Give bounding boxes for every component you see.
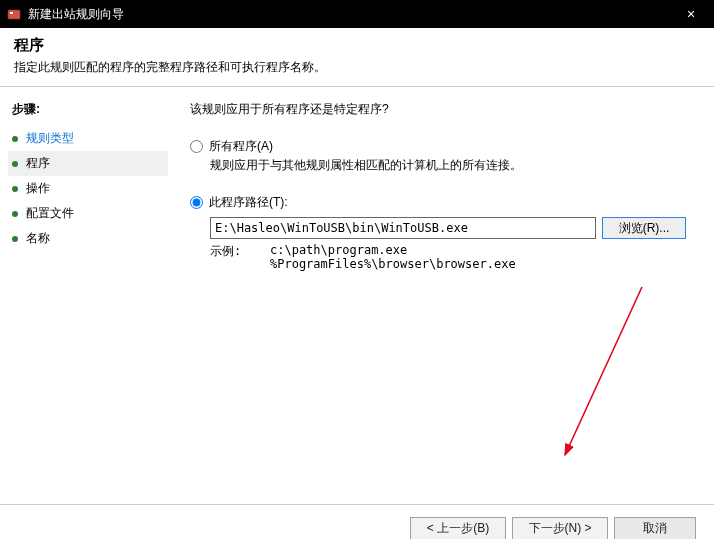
step-name[interactable]: 名称 bbox=[12, 226, 168, 251]
step-program[interactable]: 程序 bbox=[8, 151, 168, 176]
app-icon bbox=[6, 6, 22, 22]
browse-button[interactable]: 浏览(R)... bbox=[602, 217, 686, 239]
wizard-header: 程序 指定此规则匹配的程序的完整程序路径和可执行程序名称。 bbox=[0, 28, 714, 87]
bullet-icon bbox=[12, 161, 18, 167]
bullet-icon bbox=[12, 236, 18, 242]
window-title: 新建出站规则向导 bbox=[28, 6, 124, 23]
steps-sidebar: 步骤: 规则类型 程序 操作 配置文件 名称 bbox=[0, 87, 180, 504]
bullet-icon bbox=[12, 186, 18, 192]
radio-this-program-label: 此程序路径(T): bbox=[209, 194, 288, 211]
close-button[interactable]: × bbox=[668, 0, 714, 28]
step-action[interactable]: 操作 bbox=[12, 176, 168, 201]
example-label: 示例: bbox=[210, 243, 270, 271]
step-label[interactable]: 规则类型 bbox=[26, 130, 74, 147]
question-text: 该规则应用于所有程序还是特定程序? bbox=[190, 101, 686, 118]
titlebar: 新建出站规则向导 × bbox=[0, 0, 714, 28]
page-subtitle: 指定此规则匹配的程序的完整程序路径和可执行程序名称。 bbox=[14, 59, 700, 76]
all-programs-desc: 规则应用于与其他规则属性相匹配的计算机上的所有连接。 bbox=[210, 157, 686, 174]
step-label: 名称 bbox=[26, 230, 50, 247]
close-icon: × bbox=[687, 6, 695, 22]
svg-rect-1 bbox=[10, 12, 13, 14]
option-this-program: 此程序路径(T): 浏览(R)... 示例: c:\path\program.e… bbox=[190, 194, 686, 271]
step-label: 程序 bbox=[26, 155, 50, 172]
example-paths: c:\path\program.exe %ProgramFiles%\brows… bbox=[270, 243, 516, 271]
next-button[interactable]: 下一步(N) > bbox=[512, 517, 608, 540]
back-button[interactable]: < 上一步(B) bbox=[410, 517, 506, 540]
step-profile[interactable]: 配置文件 bbox=[12, 201, 168, 226]
wizard-body: 步骤: 规则类型 程序 操作 配置文件 名称 该规则应用于所有程序还是特定程序?… bbox=[0, 87, 714, 504]
bullet-icon bbox=[12, 136, 18, 142]
example-block: 示例: c:\path\program.exe %ProgramFiles%\b… bbox=[210, 243, 686, 271]
wizard-content: 该规则应用于所有程序还是特定程序? 所有程序(A) 规则应用于与其他规则属性相匹… bbox=[180, 87, 714, 504]
svg-line-2 bbox=[565, 287, 642, 455]
option-all-programs: 所有程序(A) 规则应用于与其他规则属性相匹配的计算机上的所有连接。 bbox=[190, 138, 686, 174]
radio-this-program[interactable] bbox=[190, 196, 203, 209]
svg-rect-0 bbox=[8, 10, 20, 19]
steps-label: 步骤: bbox=[12, 101, 168, 118]
bullet-icon bbox=[12, 211, 18, 217]
wizard-footer: < 上一步(B) 下一步(N) > 取消 bbox=[0, 504, 714, 539]
step-label: 配置文件 bbox=[26, 205, 74, 222]
radio-all-programs[interactable] bbox=[190, 140, 203, 153]
step-rule-type[interactable]: 规则类型 bbox=[12, 126, 168, 151]
radio-all-programs-label: 所有程序(A) bbox=[209, 138, 273, 155]
step-label: 操作 bbox=[26, 180, 50, 197]
page-title: 程序 bbox=[14, 36, 700, 55]
program-path-input[interactable] bbox=[210, 217, 596, 239]
cancel-button[interactable]: 取消 bbox=[614, 517, 696, 540]
